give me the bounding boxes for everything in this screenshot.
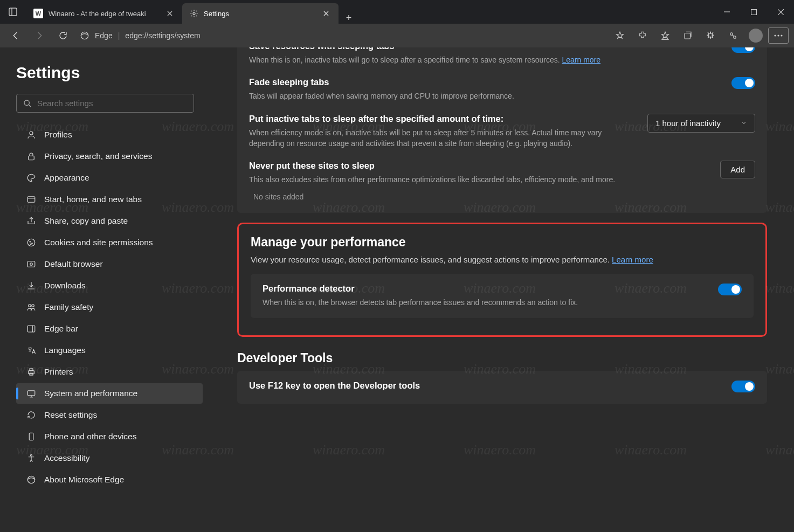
minimize-button[interactable]: [713, 0, 740, 24]
save-resources-title: Save resources with sleeping tabs: [249, 47, 721, 51]
sidebar-item-reset[interactable]: Reset settings: [16, 405, 203, 425]
sidebar-item-label: System and performance: [44, 389, 137, 398]
default-icon: [26, 259, 37, 270]
new-tab-button[interactable]: +: [339, 12, 359, 24]
phone-icon: [26, 431, 37, 442]
performance-detector-desc: When this is on, the browser detects tab…: [263, 297, 707, 308]
svg-point-37: [27, 476, 35, 483]
svg-rect-16: [27, 197, 35, 203]
sidebar-item-label: Privacy, search, and services: [44, 151, 152, 161]
sidebar-item-appearance[interactable]: Appearance: [16, 168, 203, 188]
sidebar-item-label: Printers: [44, 367, 73, 377]
svg-rect-7: [685, 33, 691, 39]
save-resources-desc: When this is on, inactive tabs will go t…: [249, 54, 721, 65]
f12-toggle[interactable]: [731, 381, 755, 392]
svg-point-36: [31, 454, 32, 456]
address-bar[interactable]: Edge | edge://settings/system: [77, 31, 204, 40]
learn-more-link[interactable]: Learn more: [612, 255, 653, 264]
developer-tools-title: Developer Tools: [237, 351, 767, 365]
svg-rect-4: [751, 9, 756, 15]
sidebar-item-cookies[interactable]: Cookies and site permissions: [16, 232, 203, 253]
favorite-button[interactable]: [610, 26, 630, 45]
add-site-button[interactable]: Add: [720, 161, 755, 178]
system-icon: [26, 388, 37, 399]
sidebar-item-profiles[interactable]: Profiles: [16, 125, 203, 145]
sidebar-item-label: Family safety: [44, 302, 93, 312]
winaero-favicon: W: [33, 9, 43, 18]
sidebar-item-default[interactable]: Default browser: [16, 254, 203, 274]
lang-icon: [26, 345, 37, 356]
collections-button[interactable]: [678, 26, 698, 45]
sidebar-item-phone[interactable]: Phone and other devices: [16, 426, 203, 447]
sidebar-item-download[interactable]: Downloads: [16, 275, 203, 296]
tab-actions-button[interactable]: [5, 4, 20, 19]
settings-content: Save resources with sleeping tabs When t…: [216, 47, 794, 532]
svg-point-25: [32, 305, 34, 307]
about-icon: [26, 474, 37, 485]
sidebar-item-about[interactable]: About Microsoft Edge: [16, 469, 203, 490]
settings-sidebar: Settings ProfilesPrivacy, search, and se…: [0, 47, 216, 532]
settings-gear-icon: [190, 9, 198, 18]
sidebar-item-label: Downloads: [44, 281, 86, 291]
sidebar-item-label: Default browser: [44, 259, 103, 269]
profiles-icon: [26, 129, 37, 140]
profile-avatar[interactable]: [745, 26, 766, 45]
extensions-button[interactable]: [632, 26, 653, 45]
back-button[interactable]: [5, 26, 26, 45]
sidebar-item-family[interactable]: Family safety: [16, 297, 203, 317]
tab-winaero[interactable]: W Winaero - At the edge of tweaki: [26, 3, 182, 24]
learn-more-link[interactable]: Learn more: [562, 56, 600, 64]
svg-rect-29: [30, 369, 33, 371]
never-sleep-title: Never put these sites to sleep: [249, 161, 709, 171]
hub-button[interactable]: [723, 26, 743, 45]
search-input[interactable]: [37, 99, 187, 108]
sidebar-item-edgebar[interactable]: Edge bar: [16, 319, 203, 339]
sidebar-item-start[interactable]: Start, home, and new tabs: [16, 189, 203, 210]
svg-point-5: [81, 32, 88, 39]
f12-card: Use F12 key to open the Developer tools: [237, 371, 767, 404]
sidebar-item-label: Share, copy and paste: [44, 216, 128, 226]
favorites-list-button[interactable]: [655, 26, 675, 45]
forward-button[interactable]: [29, 26, 50, 45]
close-window-button[interactable]: [767, 0, 794, 24]
tab-label: Winaero - At the edge of tweaki: [49, 10, 146, 18]
svg-rect-15: [29, 156, 34, 160]
search-icon: [23, 99, 32, 108]
sidebar-item-printer[interactable]: Printers: [16, 362, 203, 382]
sidebar-item-share[interactable]: Share, copy and paste: [16, 211, 203, 231]
svg-point-21: [31, 244, 32, 245]
more-menu-button[interactable]: [768, 27, 789, 44]
sleep-time-select[interactable]: 1 hour of inactivity: [647, 114, 755, 133]
refresh-button[interactable]: [53, 26, 73, 45]
svg-rect-31: [27, 391, 35, 396]
sidebar-item-label: Cookies and site permissions: [44, 238, 153, 247]
close-tab-icon[interactable]: [321, 9, 331, 18]
performance-button[interactable]: [700, 26, 721, 45]
tab-label: Settings: [204, 10, 229, 18]
sidebar-item-system[interactable]: System and performance: [16, 383, 203, 404]
performance-detector-title: Performance detector: [263, 284, 707, 294]
search-settings[interactable]: [16, 94, 194, 113]
sidebar-item-lock[interactable]: Privacy, search, and services: [16, 146, 203, 167]
sidebar-item-lang[interactable]: Languages: [16, 340, 203, 361]
performance-detector-toggle[interactable]: [718, 284, 742, 295]
sidebar-item-label: Profiles: [44, 130, 72, 140]
never-sleep-desc: This also excludes sites from other perf…: [249, 174, 709, 185]
svg-point-12: [781, 34, 782, 36]
sidebar-item-label: Start, home, and new tabs: [44, 195, 142, 204]
maximize-button[interactable]: [740, 0, 767, 24]
settings-title: Settings: [16, 64, 203, 82]
appearance-icon: [26, 172, 37, 183]
tab-settings[interactable]: Settings: [182, 3, 339, 24]
f12-title: Use F12 key to open the Developer tools: [249, 381, 721, 391]
start-icon: [26, 194, 37, 205]
url-text: edge://settings/system: [125, 31, 200, 40]
sidebar-item-a11y[interactable]: Accessibility: [16, 448, 203, 468]
download-icon: [26, 280, 37, 291]
close-tab-icon[interactable]: [165, 9, 175, 18]
manage-performance-title: Manage your performance: [251, 235, 754, 250]
fade-tabs-toggle[interactable]: [731, 77, 755, 89]
chevron-down-icon: [741, 120, 747, 126]
save-resources-toggle[interactable]: [731, 47, 755, 53]
a11y-icon: [26, 453, 37, 464]
